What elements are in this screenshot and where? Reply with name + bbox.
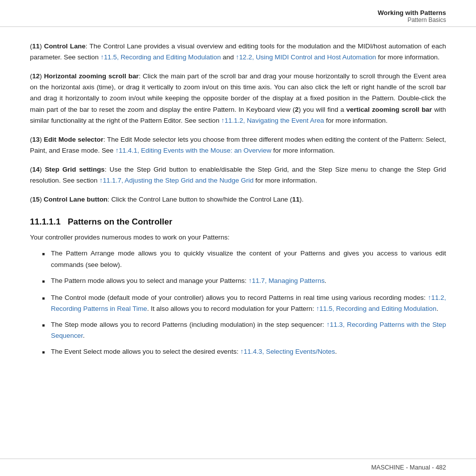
label-11: Control Lane (44, 42, 85, 50)
bullet-dot-1: ▪ (42, 248, 51, 260)
bullet-text-3: The Control mode (default mode of your c… (51, 292, 446, 314)
label-13: Edit Mode selector (44, 136, 103, 143)
main-content: (11) Control Lane: The Control Lane prov… (0, 27, 476, 374)
link-11-4-1[interactable]: ↑11.4.1, Editing Events with the Mouse: … (115, 147, 271, 154)
paragraph-14: (14) Step Grid settings: Use the Step Gr… (30, 164, 446, 186)
bullet-item-3: ▪ The Control mode (default mode of your… (42, 292, 446, 314)
link-12-2[interactable]: ↑12.2, Using MIDI Control and Host Autom… (236, 53, 376, 61)
page-footer: MASCHINE - Manual - 482 (0, 459, 476, 476)
paragraph-13: (13) Edit Mode selector: The Edit Mode s… (30, 134, 446, 156)
header-subtitle: Pattern Basics (408, 16, 446, 23)
bullet-item-2: ▪ The Pattern mode allows you to select … (42, 275, 446, 287)
link-11-4-3[interactable]: ↑11.4.3, Selecting Events/Notes (240, 348, 335, 355)
bullet-dot-5: ▪ (42, 346, 51, 358)
bullet-text-4: The Step mode allows you to record Patte… (51, 319, 446, 341)
bullet-item-5: ▪ The Event Select mode allows you to se… (42, 346, 446, 358)
bullet-text-1: The Pattern Arrange mode allows you to q… (51, 248, 446, 270)
section-intro: Your controller provides numerous modes … (30, 232, 446, 243)
paragraph-12: (12) Horizontal zooming scroll bar: Clic… (30, 71, 446, 126)
bullet-list: ▪ The Pattern Arrange mode allows you to… (42, 248, 446, 358)
label-14: Step Grid settings (45, 166, 105, 173)
bullet-text-5: The Event Select mode allows you to sele… (51, 346, 446, 357)
bullet-dot-4: ▪ (42, 319, 51, 331)
label-15: Control Lane button (44, 196, 108, 203)
bullet-item-4: ▪ The Step mode allows you to record Pat… (42, 319, 446, 341)
bullet-dot-3: ▪ (42, 292, 51, 304)
section-heading-11-1-1-1: 11.1.1.1 Patterns on the Controller (30, 217, 446, 227)
page-container: Working with Patterns Pattern Basics (11… (0, 0, 476, 476)
bullet-text-2: The Pattern mode allows you to select an… (51, 275, 446, 286)
paragraph-15: (15) Control Lane button: Click the Cont… (30, 194, 446, 205)
link-11-5[interactable]: ↑11.5, Recording and Editing Modulation (100, 53, 221, 61)
paragraph-11: (11) Control Lane: The Control Lane prov… (30, 41, 446, 63)
link-11-7[interactable]: ↑11.7, Managing Patterns (248, 277, 325, 284)
footer-text: MASCHINE - Manual - 482 (371, 464, 446, 471)
page-header: Working with Patterns Pattern Basics (0, 0, 476, 27)
link-11-1-7[interactable]: ↑11.1.7, Adjusting the Step Grid and the… (99, 177, 253, 184)
header-title: Working with Patterns (378, 9, 446, 16)
label-12: Horizontal zooming scroll bar (44, 72, 139, 80)
link-11-5-b3[interactable]: ↑11.5, Recording and Editing Modulation (316, 305, 436, 312)
link-11-1-2[interactable]: ↑11.1.2, Navigating the Event Area (221, 117, 324, 124)
bullet-dot-2: ▪ (42, 275, 51, 287)
bullet-item-1: ▪ The Pattern Arrange mode allows you to… (42, 248, 446, 270)
